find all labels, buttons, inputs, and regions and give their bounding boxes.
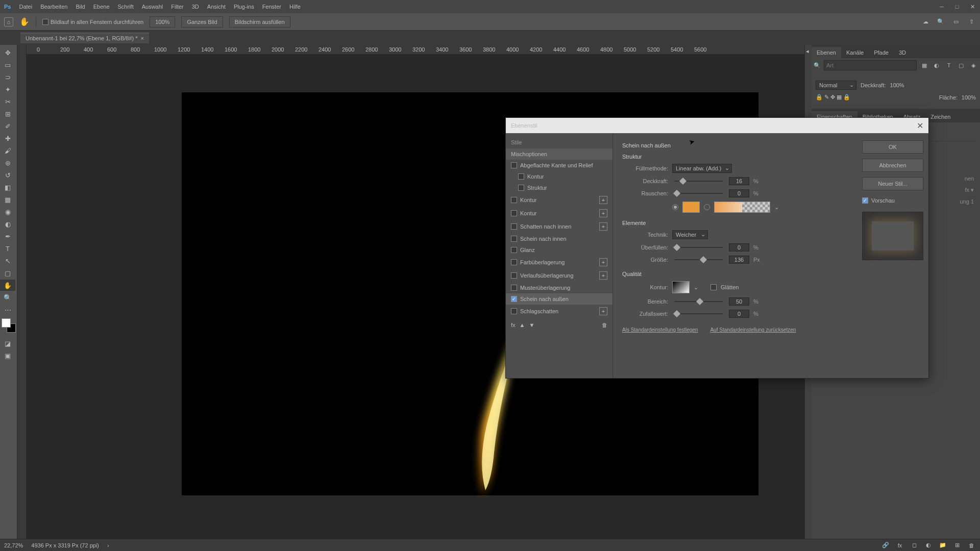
spread-slider[interactable] <box>674 247 723 248</box>
menu-auswahl[interactable]: Auswahl <box>142 4 163 10</box>
style-bevel-texture[interactable]: Struktur <box>506 182 612 193</box>
info-chevron-icon[interactable]: › <box>107 542 109 548</box>
opacity-slider[interactable] <box>674 181 723 182</box>
lasso-tool-icon[interactable]: ⊃ <box>0 71 15 83</box>
quickmask-icon[interactable]: ◪ <box>0 338 15 349</box>
jitter-value[interactable]: 0 <box>729 310 749 318</box>
noise-value[interactable]: 0 <box>729 189 749 197</box>
add-drop-shadow-icon[interactable]: + <box>599 307 607 315</box>
color-swatches[interactable] <box>2 318 16 333</box>
opacity-value[interactable]: 100% <box>890 82 904 88</box>
foreground-color-swatch[interactable] <box>2 318 11 328</box>
path-tool-icon[interactable]: ↖ <box>0 255 15 266</box>
glow-gradient-swatch[interactable] <box>714 202 770 213</box>
gradient-chevron-icon[interactable]: ⌄ <box>774 204 779 211</box>
gradient-tool-icon[interactable]: ▦ <box>0 194 15 205</box>
style-bevel-contour[interactable]: Kontur <box>506 171 612 182</box>
contour-picker[interactable] <box>672 281 690 293</box>
menu-hilfe[interactable]: Hilfe <box>289 4 301 10</box>
tab-ebenen[interactable]: Ebenen <box>812 47 841 58</box>
share-icon[interactable]: ⇪ <box>967 17 976 27</box>
reset-default-button[interactable]: Auf Standardeinstellung zurücksetzen <box>710 327 796 333</box>
filter-type-icon[interactable]: T <box>944 61 953 69</box>
fx-icon[interactable]: fx <box>511 322 516 328</box>
menu-datei[interactable]: Datei <box>19 4 32 10</box>
layer-search-input[interactable] <box>824 60 917 70</box>
add-gradient-overlay-icon[interactable]: + <box>599 271 607 280</box>
filter-shape-icon[interactable]: ▢ <box>957 61 966 69</box>
add-inner-shadow-icon[interactable]: + <box>599 222 607 231</box>
history-brush-icon[interactable]: ↺ <box>0 169 15 181</box>
pen-tool-icon[interactable]: ✒ <box>0 231 15 242</box>
filter-pixel-icon[interactable]: ▦ <box>920 61 929 69</box>
jitter-slider[interactable] <box>674 313 723 314</box>
blur-tool-icon[interactable]: ◉ <box>0 206 15 217</box>
dialog-titlebar[interactable]: Ebenenstil ✕ <box>506 118 928 133</box>
style-outer-glow[interactable]: Schein nach außen <box>506 293 612 305</box>
technique-select[interactable]: Weicher <box>672 230 708 239</box>
anti-alias-checkbox[interactable] <box>710 284 717 290</box>
menu-schrift[interactable]: Schrift <box>118 4 134 10</box>
stamp-tool-icon[interactable]: ⊛ <box>0 157 15 168</box>
menu-bild[interactable]: Bild <box>76 4 85 10</box>
type-tool-icon[interactable]: T <box>0 243 15 254</box>
opacity-value[interactable]: 16 <box>729 177 749 185</box>
delete-layer-icon[interactable]: 🗑 <box>967 541 976 549</box>
tab-kanaele[interactable]: Kanäle <box>841 47 869 58</box>
noise-slider[interactable] <box>674 193 723 194</box>
layer-mask-icon[interactable]: ◻ <box>910 541 919 549</box>
shape-tool-icon[interactable]: ▢ <box>0 267 15 279</box>
layer-fx-icon[interactable]: fx <box>895 541 904 549</box>
blend-mode-dropdown[interactable]: Normal <box>816 81 856 90</box>
link-layers-icon[interactable]: 🔗 <box>881 541 890 549</box>
zoom-level[interactable]: 22,72% <box>4 542 23 548</box>
tab-zeichen[interactable]: Zeichen <box>925 111 955 122</box>
eyedropper-tool-icon[interactable]: ✐ <box>0 120 15 132</box>
delete-style-icon[interactable]: 🗑 <box>602 322 607 328</box>
range-slider[interactable] <box>674 301 723 302</box>
group-icon[interactable]: 📁 <box>938 541 947 549</box>
tab-3d[interactable]: 3D <box>894 47 911 58</box>
zoom-100-button[interactable]: 100% <box>150 16 175 28</box>
move-down-icon[interactable]: ▼ <box>529 322 534 328</box>
add-stroke-icon[interactable]: + <box>599 196 607 204</box>
filter-smart-icon[interactable]: ◈ <box>969 61 978 69</box>
spread-value[interactable]: 0 <box>729 243 749 252</box>
new-layer-icon[interactable]: ⊞ <box>952 541 962 549</box>
document-tab[interactable]: Unbenannt-1 bei 22,7% (Ebene 1, RGB/8#) … <box>20 33 149 43</box>
hand-tool-icon[interactable]: ✋ <box>19 17 30 27</box>
menu-ebene[interactable]: Ebene <box>93 4 110 10</box>
add-stroke-icon[interactable]: + <box>599 209 607 217</box>
size-value[interactable]: 136 <box>729 256 749 264</box>
lock-icons[interactable]: 🔒 ✎ ✥ ▦ 🔒 <box>816 94 850 101</box>
size-slider[interactable] <box>674 259 723 260</box>
dodge-tool-icon[interactable]: ◐ <box>0 218 15 230</box>
menu-fenster[interactable]: Fenster <box>262 4 281 10</box>
close-icon[interactable]: ✕ <box>965 0 980 13</box>
style-satin[interactable]: Glanz <box>506 244 612 256</box>
filter-adjust-icon[interactable]: ◐ <box>932 61 941 69</box>
style-bevel[interactable]: Abgeflachte Kante und Relief <box>506 160 612 171</box>
maximize-icon[interactable]: □ <box>949 0 965 13</box>
hand-tool-icon[interactable]: ✋ <box>0 280 15 291</box>
make-default-button[interactable]: Als Standardeinstellung festlegen <box>622 327 698 333</box>
style-inner-glow[interactable]: Schein nach innen <box>506 233 612 244</box>
preview-checkbox[interactable] <box>862 197 868 204</box>
menu-ansicht[interactable]: Ansicht <box>207 4 226 10</box>
brush-tool-icon[interactable]: 🖌 <box>0 145 15 156</box>
color-radio[interactable] <box>672 204 678 210</box>
ok-button[interactable]: OK <box>862 140 923 154</box>
menu-filter[interactable]: Filter <box>171 4 183 10</box>
menu-bearbeiten[interactable]: Bearbeiten <box>40 4 67 10</box>
dialog-close-icon[interactable]: ✕ <box>917 121 923 131</box>
add-color-overlay-icon[interactable]: + <box>599 258 607 266</box>
style-drop-shadow[interactable]: Schlagschatten+ <box>506 305 612 318</box>
new-style-button[interactable]: Neuer Stil... <box>862 177 923 190</box>
more-tools-icon[interactable]: ⋯ <box>0 304 15 315</box>
screenmode-icon[interactable]: ▣ <box>0 350 15 361</box>
glow-color-swatch[interactable] <box>682 202 700 213</box>
cancel-button[interactable]: Abbrechen <box>862 159 923 172</box>
heal-tool-icon[interactable]: ✚ <box>0 133 15 144</box>
wand-tool-icon[interactable]: ✦ <box>0 84 15 95</box>
contour-chevron-icon[interactable]: ⌄ <box>694 284 698 291</box>
